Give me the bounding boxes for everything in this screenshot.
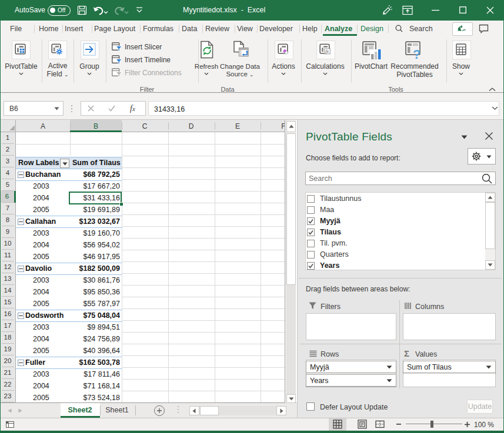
svg-text:fx: fx (325, 49, 329, 54)
svg-text:?: ? (413, 47, 420, 60)
